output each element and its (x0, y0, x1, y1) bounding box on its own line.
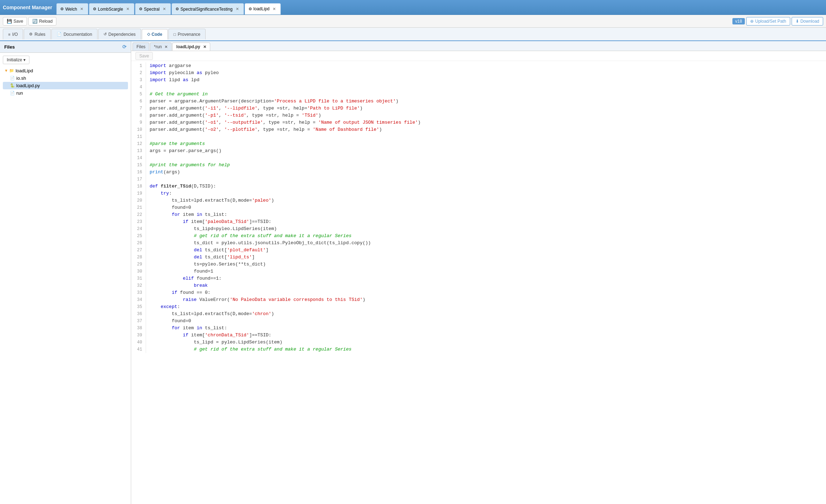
line-content-40: ts_lipd = pyleo.LipdSeries(item) (150, 339, 282, 346)
nav-tab-label-code: Code (152, 32, 162, 37)
nav-tab-rules[interactable]: ⚙Rules (24, 29, 51, 39)
tab-close-welch[interactable]: ✕ (79, 6, 84, 12)
tree-label-loadlipd-py: loadLipd.py (16, 83, 40, 88)
line-number-38: 38 (131, 325, 146, 332)
download-icon: ⬇ (796, 19, 799, 24)
line-number-33: 33 (131, 289, 146, 296)
code-line-11: 11 (131, 133, 826, 140)
tab-icon-spectralsig: ⚙ (175, 7, 179, 11)
code-line-37: 37 found=0 (131, 318, 826, 325)
tree-item-run[interactable]: 📄run (3, 89, 128, 97)
tab-spectralsig[interactable]: ⚙SpectralSignificanceTesting✕ (172, 3, 244, 15)
line-content-20: ts_list=lpd.extractTs(D,mode='paleo') (150, 197, 274, 204)
code-line-2: 2import pyleoclim as pyleo (131, 69, 826, 77)
line-number-12: 12 (131, 140, 146, 147)
line-number-9: 9 (131, 119, 146, 126)
code-line-6: 6parser = argparse.ArgumentParser(descri… (131, 98, 826, 105)
line-content-36: ts_list=lpd.extractTs(D,mode='chron') (150, 310, 274, 318)
code-line-28: 28 del ts_dict['lipd_ts'] (131, 254, 826, 261)
tab-label-spectralsig: SpectralSignificanceTesting (180, 7, 233, 12)
code-tab-loadlipd-py[interactable]: loadLipd.py✕ (172, 43, 210, 51)
code-line-12: 12#parse the arguments (131, 140, 826, 147)
nav-tab-io[interactable]: ≡I/O (3, 29, 23, 39)
file-icon-run: 📄 (10, 91, 15, 95)
tab-close-spectralsig[interactable]: ✕ (235, 6, 240, 12)
folder-icon-loadlipd-folder: ▼ 📁 (4, 68, 14, 73)
download-button[interactable]: ⬇ Download (792, 17, 823, 26)
tab-loadlipd[interactable]: ⚙loadLipd✕ (245, 3, 281, 15)
line-number-37: 37 (131, 318, 146, 325)
sidebar-refresh-button[interactable]: ⟳ (122, 44, 127, 50)
code-line-7: 7parser.add_argument('-i1', '--lipdfile'… (131, 105, 826, 112)
upload-button[interactable]: ⊕ Upload/Set Path (746, 17, 790, 26)
code-line-4: 4 (131, 84, 826, 91)
line-content-22: for item in ts_list: (150, 211, 227, 218)
line-number-13: 13 (131, 147, 146, 155)
line-number-6: 6 (131, 98, 146, 105)
code-line-34: 34 raise ValueError('No PaleoData variab… (131, 296, 826, 303)
nav-tab-documentation[interactable]: 📄Documentation (51, 29, 97, 39)
code-line-29: 29 ts=pyleo.Series(**ts_dict) (131, 261, 826, 268)
tab-label-spectral: Spectral (144, 7, 160, 12)
line-number-35: 35 (131, 303, 146, 310)
tab-close-lombscargle[interactable]: ✕ (125, 6, 130, 12)
line-content-10: parser.add_argument('-o2', '--plotfile',… (150, 126, 382, 133)
nav-tab-icon-dependencies: ↺ (104, 32, 107, 37)
code-save-button[interactable]: Save (135, 52, 153, 60)
code-tab-run[interactable]: *run✕ (150, 43, 172, 51)
tree-item-loadlipd-folder[interactable]: ▼ 📁loadLipd (3, 67, 128, 74)
line-content-28: del ts_dict['lipd_ts'] (150, 254, 255, 261)
code-tab-close-run[interactable]: ✕ (164, 45, 168, 49)
line-content-25: # get rid of the extra stuff and make it… (150, 233, 352, 240)
line-number-31: 31 (131, 275, 146, 282)
tab-spectral[interactable]: ⚙Spectral✕ (135, 3, 171, 15)
tab-label-lombscargle: LombScargle (98, 7, 123, 12)
tab-lombscargle[interactable]: ⚙LombScargle✕ (89, 3, 134, 15)
line-number-15: 15 (131, 162, 146, 169)
nav-tab-dependencies[interactable]: ↺Dependencies (98, 29, 141, 39)
tab-welch[interactable]: ⚙Welch✕ (56, 3, 88, 15)
line-number-22: 22 (131, 211, 146, 218)
line-number-21: 21 (131, 204, 146, 211)
line-number-28: 28 (131, 254, 146, 261)
line-number-7: 7 (131, 105, 146, 112)
code-line-15: 15#print the arguments for help (131, 162, 826, 169)
code-line-35: 35 except: (131, 303, 826, 310)
app-title: Component Manager (3, 5, 52, 10)
line-content-19: try: (150, 190, 172, 197)
save-button[interactable]: 💾 Save (3, 17, 27, 26)
code-tab-close-loadlipd-py[interactable]: ✕ (203, 45, 206, 49)
tree-item-loadlipd-py[interactable]: 🐍loadLipd.py (3, 82, 128, 89)
line-content-29: ts=pyleo.Series(**ts_dict) (150, 261, 266, 268)
reload-button[interactable]: 🔄 Reload (28, 17, 56, 26)
nav-tab-icon-provenance: □ (174, 32, 176, 37)
line-content-12: #parse the arguments (150, 140, 205, 147)
code-area: Files*run✕loadLipd.py✕ Save 1import argp… (131, 41, 826, 504)
code-line-20: 20 ts_list=lpd.extractTs(D,mode='paleo') (131, 197, 826, 204)
code-editor[interactable]: 1import argparse2import pyleoclim as pyl… (131, 61, 826, 504)
line-content-2: import pyleoclim as pyleo (150, 69, 219, 77)
code-tab-files[interactable]: Files (133, 43, 149, 51)
line-number-16: 16 (131, 169, 146, 176)
initialize-button[interactable]: Initialize ▾ (3, 56, 29, 64)
main-content: Files ⟳ Initialize ▾ ▼ 📁loadLipd📄io.sh🐍l… (0, 41, 826, 504)
line-number-36: 36 (131, 310, 146, 318)
nav-tab-icon-rules: ⚙ (29, 32, 33, 37)
tab-close-spectral[interactable]: ✕ (162, 6, 167, 12)
code-tab-label-run: *run (154, 44, 162, 49)
line-content-33: if found == 0: (150, 289, 211, 296)
tab-close-loadlipd[interactable]: ✕ (272, 6, 277, 12)
code-line-26: 26 ts_dict = pyleo.utils.jsonutils.Pyleo… (131, 240, 826, 247)
nav-tab-provenance[interactable]: □Provenance (168, 29, 206, 39)
save-icon: 💾 (7, 19, 12, 24)
code-line-40: 40 ts_lipd = pyleo.LipdSeries(item) (131, 339, 826, 346)
line-number-2: 2 (131, 69, 146, 77)
line-content-8: parser.add_argument('-p1', '--tsid', typ… (150, 112, 321, 119)
line-content-27: del ts_dict['plot_default'] (150, 247, 268, 254)
tree-item-io-sh[interactable]: 📄io.sh (3, 74, 128, 82)
line-number-10: 10 (131, 126, 146, 133)
tab-icon-lombscargle: ⚙ (93, 7, 96, 11)
line-number-18: 18 (131, 183, 146, 190)
line-number-1: 1 (131, 62, 146, 69)
nav-tab-code[interactable]: ◇Code (142, 29, 168, 40)
